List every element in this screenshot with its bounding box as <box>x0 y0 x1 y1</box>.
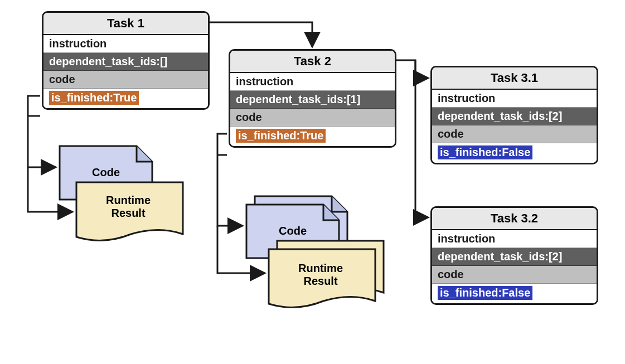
task-3-1-instruction: instruction <box>432 90 597 108</box>
task-3-2-instruction: instruction <box>432 230 597 248</box>
task-2-code: code <box>230 109 395 127</box>
task-3-1-deps: dependent_task_ids:[2] <box>432 108 597 125</box>
task-3-1-code: code <box>432 125 597 143</box>
task-3-2-box: Task 3.2 instruction dependent_task_ids:… <box>430 206 598 305</box>
task-3-1-status: is_finished:False <box>438 145 532 159</box>
task-3-1-title: Task 3.1 <box>432 67 597 90</box>
task-2-instruction: instruction <box>230 73 395 91</box>
task-2-box: Task 2 instruction dependent_task_ids:[1… <box>229 49 396 148</box>
task-2-status-row: is_finished:True <box>230 127 395 146</box>
task-3-2-deps: dependent_task_ids:[2] <box>432 248 597 266</box>
task-2-status: is_finished:True <box>236 129 326 143</box>
task-2-deps: dependent_task_ids:[1] <box>230 91 395 109</box>
task-2-title: Task 2 <box>230 51 395 73</box>
task-1-box: Task 1 instruction dependent_task_ids:[]… <box>42 11 210 110</box>
task-1-deps: dependent_task_ids:[] <box>43 53 208 71</box>
task-3-1-box: Task 3.1 instruction dependent_task_ids:… <box>430 66 598 164</box>
task-3-2-status-row: is_finished:False <box>432 284 597 303</box>
runtime-doc-2-front-icon <box>268 248 376 317</box>
runtime-doc-1-icon <box>75 181 184 250</box>
task-1-status: is_finished:True <box>49 91 139 105</box>
task-3-2-code: code <box>432 266 597 284</box>
task-3-1-status-row: is_finished:False <box>432 143 597 163</box>
task-1-code: code <box>43 71 208 89</box>
task-1-status-row: is_finished:True <box>43 89 208 108</box>
task-1-instruction: instruction <box>43 35 208 53</box>
task-1-title: Task 1 <box>43 13 208 35</box>
task-3-2-title: Task 3.2 <box>432 208 597 230</box>
task-3-2-status: is_finished:False <box>438 286 532 300</box>
